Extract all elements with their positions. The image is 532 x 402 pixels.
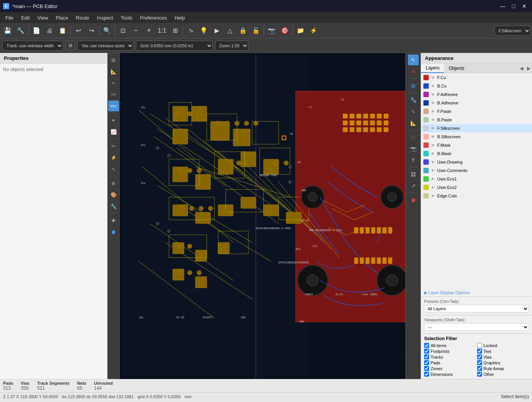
toggle-button[interactable]: ▶ [211,25,223,37]
layer-visibility-toggle[interactable]: 👁 [430,134,436,139]
drc-button[interactable]: △ [224,25,236,37]
layer-visibility-toggle[interactable]: 👁 [430,92,436,97]
layer-item[interactable]: 👁 B.Paste [421,116,532,124]
camera-tool[interactable]: 📷 [408,143,419,154]
selection-filter-checkbox[interactable] [424,343,429,348]
menu-edit[interactable]: Edit [17,13,33,22]
layer-item[interactable]: 👁 B.Mask [421,149,532,158]
text-tool[interactable]: T [408,155,419,165]
menu-help[interactable]: Help [171,13,189,22]
layer-item[interactable]: 👁 F.Cu [421,73,532,82]
rect-tool[interactable]: □ [408,132,419,142]
layer-visibility-toggle[interactable]: 👁 [430,176,436,182]
track-mode-button[interactable]: ⊟ [65,41,75,51]
cross-tool[interactable]: ⊕ [108,178,119,189]
grid-select[interactable]: Grid: 0.6350 mm (0.0250 in) [136,41,213,51]
via-size-select[interactable]: Via: use netclass sizes [78,41,134,51]
selection-filter-checkbox[interactable] [477,343,482,348]
mm-tool[interactable]: mm [108,101,119,111]
selection-filter-checkbox[interactable] [424,349,429,354]
lock-button[interactable]: 🔒 [237,25,249,37]
menu-view[interactable]: View [33,13,52,22]
layer-item[interactable]: 👁 User.Eco1 [421,175,532,183]
layer-visibility-toggle[interactable]: 👁 [430,109,436,114]
zoom-auto-button[interactable]: ⊞ [169,25,181,37]
track-width-select[interactable]: Track: use netclass width [2,41,63,51]
selection-filter-checkbox[interactable] [424,372,429,377]
zoom-fit-button[interactable]: ⊡ [117,25,129,37]
layer-visibility-toggle[interactable]: 👁 [430,75,436,80]
connect-tool[interactable]: ↗ [408,180,419,191]
paint-tool[interactable]: 🎨 [108,189,119,200]
wave-tool[interactable]: ∿ [108,164,119,174]
plus-tool[interactable]: ✚ [108,215,119,226]
undo-button[interactable]: ↩ [72,25,84,37]
board-setup-button[interactable]: 🔧 [15,25,27,37]
titlebar-controls[interactable]: — □ ✕ [498,2,529,10]
menu-inspect[interactable]: Inspect [93,13,117,22]
selection-filter-checkbox[interactable] [424,354,429,359]
layer-item[interactable]: 👁 B.Cu [421,82,532,90]
layer-item[interactable]: 👁 User.Comments [421,166,532,175]
image-tool[interactable]: 🖼 [408,169,419,180]
selection-filter-checkbox[interactable] [424,360,429,365]
selection-filter-checkbox[interactable] [424,366,429,371]
layer-visibility-toggle[interactable]: 👁 [430,151,436,156]
print-button[interactable]: 🖨 [43,25,56,37]
unlock-button[interactable]: 🔓 [250,25,262,37]
new-schematic-button[interactable]: 📄 [30,25,43,37]
route-plus-tool[interactable]: ⊕ [408,80,419,91]
measure-tool[interactable]: 📐 [408,117,419,128]
menu-preferences[interactable]: Preferences [136,13,171,22]
zoom-out-button[interactable]: − [130,25,142,37]
wrench-tool[interactable]: 🔧 [108,201,119,212]
inspect-tool[interactable]: in [108,78,119,88]
layer-visibility-toggle[interactable]: 👁 [430,126,436,131]
pcb-canvas-area[interactable]: 12u 12u 12u BRIAN4-THRU SMD-BREADBOARD-4… [120,53,405,379]
layer-item[interactable]: 👁 User.Drawing [421,158,532,166]
menu-route[interactable]: Route [72,13,93,22]
ratsnest-button[interactable]: ∿ [185,25,197,37]
select-arrow-tool[interactable]: ↖ [408,55,419,65]
diamond2-tool[interactable]: ⬟ [408,195,419,205]
close-button[interactable]: ✕ [520,2,529,10]
menu-file[interactable]: File [2,13,17,22]
layer-visibility-toggle[interactable]: 👁 [430,100,436,106]
layer-visibility-toggle[interactable]: 👁 [430,193,436,199]
selection-filter-checkbox[interactable] [477,360,482,365]
layer-visibility-toggle[interactable]: 👁 [430,168,436,173]
layer-item[interactable]: 👁 User.Eco2 [421,183,532,192]
selection-filter-checkbox[interactable] [477,372,482,377]
layer-item[interactable]: 👁 F.Silkscreen [421,124,532,132]
layer-visibility-toggle[interactable]: 👁 [430,83,436,89]
screenshot-button[interactable]: 📷 [266,25,278,37]
inspector-tool[interactable]: 🔧 [408,94,419,105]
layer-visibility-toggle[interactable]: 👁 [430,117,436,122]
mil-tool[interactable]: mil [108,89,119,100]
exit-tool[interactable]: ✕ [408,66,419,77]
cut-tool[interactable]: ✂ [108,141,119,151]
tab-nav-next[interactable]: ▶ [525,65,532,72]
zoom-select[interactable]: Zoom 1.50 [215,41,248,51]
tab-objects[interactable]: Objects [444,64,469,73]
select-tool[interactable]: ⊞ [108,55,119,65]
layer-item[interactable]: 👁 B.Adhesive [421,99,532,107]
menu-tools[interactable]: Tools [117,13,136,22]
zoom-orig-button[interactable]: 1:1 [156,25,168,37]
layer-item[interactable]: 👁 F.Adhesive [421,90,532,99]
minimize-button[interactable]: — [498,2,507,10]
layer-visibility-toggle[interactable]: 👁 [430,185,436,190]
presets-select[interactable]: All Layers Default Front Back [424,305,529,313]
layer-selector[interactable]: F.Silkscreen [494,26,530,36]
selection-filter-checkbox[interactable] [477,366,482,371]
tab-layers[interactable]: Layers [421,64,444,73]
layer-item[interactable]: 👁 Edge.Cuts [421,192,532,200]
menu-place[interactable]: Place [52,13,72,22]
route-tool[interactable]: ⚡ [108,152,119,163]
layer-visibility-toggle[interactable]: 👁 [430,142,436,148]
highlight-button[interactable]: 💡 [198,25,210,37]
redo-button[interactable]: ↪ [85,25,97,37]
viewports-select[interactable]: --- [424,323,529,331]
drc2-button[interactable]: ⚡ [307,25,320,37]
layer-item[interactable]: 👁 F.Mask [421,141,532,149]
